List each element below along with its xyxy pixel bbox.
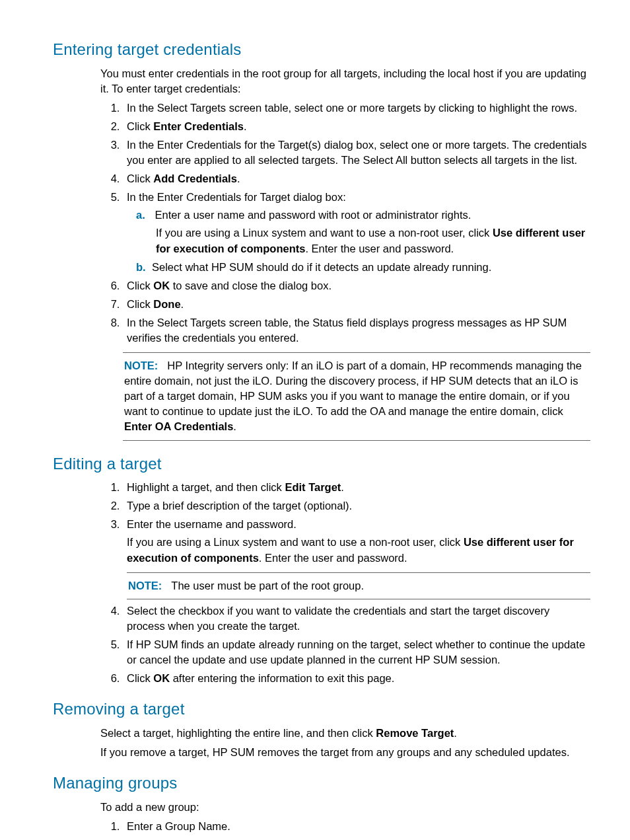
step-item: In the Select Targets screen table, sele… <box>123 100 590 116</box>
heading-managing-groups: Managing groups <box>53 772 590 794</box>
intro-text: You must enter credentials in the root g… <box>100 66 590 96</box>
step-item: Type a brief description of the target (… <box>123 498 590 514</box>
heading-entering-credentials: Entering target credentials <box>53 38 590 61</box>
step-item: In the Enter Credentials for Target dial… <box>123 190 590 274</box>
step-item: In the Select Targets screen table, the … <box>123 315 590 346</box>
heading-removing-target: Removing a target <box>53 698 590 720</box>
step-item: Click Add Credentials. <box>123 171 590 186</box>
substep-item: Select what HP SUM should do if it detec… <box>152 260 590 275</box>
heading-editing-target: Editing a target <box>53 453 590 475</box>
substeps-list: Enter a user name and password with root… <box>132 208 590 274</box>
substep-item: Enter a user name and password with root… <box>152 208 590 256</box>
steps-list: In the Select Targets screen table, sele… <box>100 100 590 346</box>
body-text: If you remove a target, HP SUM removes t… <box>100 745 590 760</box>
step-item: Click Done. <box>123 297 590 312</box>
step-item: Highlight a target, and then click Edit … <box>123 480 590 495</box>
step-item: In the Enter Credentials for the Target(… <box>123 137 590 168</box>
step-item: Select the checkbox if you want to valid… <box>123 603 590 634</box>
step-item: Click OK after entering the information … <box>123 671 590 686</box>
step-item: Enter a Description (optional). <box>123 837 590 840</box>
steps-list: Highlight a target, and then click Edit … <box>100 480 590 686</box>
intro-text: To add a new group: <box>100 800 590 815</box>
note-label: NOTE: <box>128 580 162 592</box>
step-item: Enter a Group Name. <box>123 819 590 834</box>
step-item: Enter the username and password. If you … <box>123 517 590 599</box>
step-item: If HP SUM finds an update already runnin… <box>123 637 590 668</box>
step-item: Click Enter Credentials. <box>123 119 590 134</box>
step-item: Click OK to save and close the dialog bo… <box>123 278 590 293</box>
note-label: NOTE: <box>124 360 158 371</box>
note-box: NOTE:The user must be part of the root g… <box>127 572 590 599</box>
note-box: NOTE:HP Integrity servers only: If an iL… <box>123 352 590 440</box>
steps-list: Enter a Group Name. Enter a Description … <box>100 819 590 840</box>
body-text: Select a target, highlighting the entire… <box>100 726 590 741</box>
